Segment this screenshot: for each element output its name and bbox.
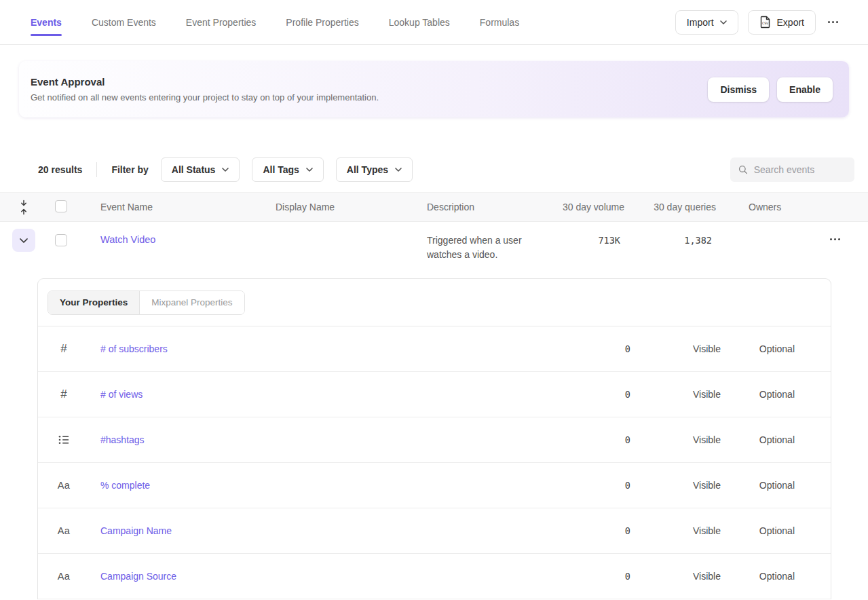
tab-lookup-tables[interactable]: Lookup Tables bbox=[389, 0, 450, 44]
row-checkbox[interactable] bbox=[55, 234, 67, 246]
property-requirement: Optional bbox=[721, 571, 795, 582]
table-header: Event Name Display Name Description 30 d… bbox=[0, 192, 868, 222]
property-visibility: Visible bbox=[630, 389, 721, 400]
nav-tabs: Events Custom Events Event Properties Pr… bbox=[31, 0, 519, 44]
dot-icon bbox=[830, 238, 832, 240]
text-type-icon: Aa bbox=[57, 480, 71, 491]
property-visibility: Visible bbox=[630, 434, 721, 445]
filter-by-label: Filter by bbox=[111, 164, 148, 175]
divider bbox=[96, 162, 97, 177]
property-row: Aa % complete 0 Visible Optional bbox=[38, 463, 831, 508]
volume-cell: 713K bbox=[552, 235, 620, 246]
tab-formulas[interactable]: Formulas bbox=[480, 0, 519, 44]
tab-event-properties[interactable]: Event Properties bbox=[186, 0, 257, 44]
dot-icon bbox=[832, 21, 834, 23]
property-visibility: Visible bbox=[630, 571, 721, 582]
property-visibility: Visible bbox=[630, 343, 721, 354]
search-box bbox=[730, 157, 854, 182]
collapse-all-icon bbox=[20, 200, 28, 215]
search-icon bbox=[738, 164, 748, 175]
text-type-icon: Aa bbox=[57, 571, 71, 582]
import-button-label: Import bbox=[687, 17, 714, 28]
select-all-checkbox[interactable] bbox=[55, 200, 67, 212]
top-nav: Events Custom Events Event Properties Pr… bbox=[0, 0, 868, 45]
text-type-icon: Aa bbox=[57, 525, 71, 536]
banner-actions: Dismiss Enable bbox=[708, 77, 833, 102]
chevron-down-icon bbox=[222, 168, 229, 172]
property-name-link[interactable]: % complete bbox=[100, 480, 563, 491]
chevron-down-icon bbox=[20, 238, 28, 243]
tab-mixpanel-properties[interactable]: Mixpanel Properties bbox=[140, 291, 244, 314]
export-button[interactable]: CSV Export bbox=[748, 10, 816, 35]
dot-icon bbox=[836, 21, 838, 23]
dot-icon bbox=[834, 238, 836, 240]
svg-text:CSV: CSV bbox=[762, 22, 769, 25]
column-30-day-volume: 30 day volume bbox=[556, 202, 624, 212]
property-value: 0 bbox=[563, 389, 630, 400]
property-requirement: Optional bbox=[721, 480, 795, 491]
more-menu-button[interactable] bbox=[825, 17, 841, 27]
queries-cell: 1,382 bbox=[620, 235, 712, 246]
collapse-all-button[interactable] bbox=[17, 195, 31, 219]
search-events-input[interactable] bbox=[754, 164, 846, 175]
status-filter-dropdown[interactable]: All Status bbox=[161, 157, 240, 182]
banner-text: Event Approval Get notified on all new e… bbox=[31, 76, 379, 102]
tags-filter-dropdown[interactable]: All Tags bbox=[252, 157, 323, 182]
property-requirement: Optional bbox=[721, 343, 795, 354]
property-name-link[interactable]: #hashtags bbox=[100, 434, 563, 445]
nav-actions: Import CSV Export bbox=[675, 10, 841, 35]
property-name-link[interactable]: # of views bbox=[100, 389, 563, 400]
property-name-link[interactable]: # of subscribers bbox=[100, 343, 563, 354]
dot-icon bbox=[828, 21, 830, 23]
export-button-label: Export bbox=[777, 17, 804, 28]
property-row: # # of subscribers 0 Visible Optional bbox=[38, 326, 831, 372]
types-filter-label: All Types bbox=[347, 164, 388, 175]
collapse-row-button[interactable] bbox=[12, 229, 35, 252]
banner-description: Get notified on all new events entering … bbox=[31, 92, 379, 102]
results-count: 20 results bbox=[38, 164, 82, 175]
number-type-icon: # bbox=[57, 388, 71, 401]
property-row: #hashtags 0 Visible Optional bbox=[38, 417, 831, 463]
property-value: 0 bbox=[563, 343, 630, 354]
properties-tab-group: Your Properties Mixpanel Properties bbox=[48, 290, 245, 315]
status-filter-label: All Status bbox=[172, 164, 216, 175]
banner-title: Event Approval bbox=[31, 76, 379, 88]
number-type-icon: # bbox=[57, 342, 71, 356]
chevron-down-icon bbox=[306, 168, 313, 172]
list-type-icon bbox=[57, 435, 71, 445]
property-requirement: Optional bbox=[721, 525, 795, 536]
tab-profile-properties[interactable]: Profile Properties bbox=[286, 0, 358, 44]
property-name-link[interactable]: Campaign Source bbox=[100, 571, 563, 582]
property-row: Aa Campaign Source 0 Visible Optional bbox=[38, 554, 831, 599]
property-value: 0 bbox=[563, 525, 630, 536]
properties-panel-header: Your Properties Mixpanel Properties bbox=[38, 279, 831, 326]
dismiss-button[interactable]: Dismiss bbox=[708, 77, 769, 102]
column-description: Description bbox=[427, 202, 556, 212]
column-30-day-queries: 30 day queries bbox=[624, 202, 716, 212]
import-button[interactable]: Import bbox=[675, 10, 738, 35]
description-cell: Triggered when a user watches a video. bbox=[427, 233, 552, 262]
enable-button[interactable]: Enable bbox=[777, 77, 833, 102]
properties-panel: Your Properties Mixpanel Properties # # … bbox=[37, 278, 831, 599]
column-display-name: Display Name bbox=[276, 202, 427, 212]
types-filter-dropdown[interactable]: All Types bbox=[336, 157, 413, 182]
event-row: Watch Video Triggered when a user watche… bbox=[0, 222, 868, 278]
chevron-down-icon bbox=[395, 168, 402, 172]
event-approval-banner: Event Approval Get notified on all new e… bbox=[19, 61, 849, 117]
chevron-down-icon bbox=[720, 20, 727, 24]
property-value: 0 bbox=[563, 480, 630, 491]
tags-filter-label: All Tags bbox=[263, 164, 299, 175]
property-value: 0 bbox=[563, 571, 630, 582]
event-name-link[interactable]: Watch Video bbox=[100, 234, 155, 245]
tab-custom-events[interactable]: Custom Events bbox=[92, 0, 156, 44]
tab-events[interactable]: Events bbox=[31, 0, 62, 44]
dot-icon bbox=[838, 238, 840, 240]
property-value: 0 bbox=[563, 434, 630, 445]
tab-your-properties[interactable]: Your Properties bbox=[48, 291, 140, 314]
property-row: Aa Campaign Name 0 Visible Optional bbox=[38, 508, 831, 554]
property-requirement: Optional bbox=[721, 434, 795, 445]
property-requirement: Optional bbox=[721, 389, 795, 400]
property-name-link[interactable]: Campaign Name bbox=[100, 525, 563, 536]
column-event-name: Event Name bbox=[100, 202, 276, 212]
row-menu-button[interactable] bbox=[827, 234, 843, 244]
